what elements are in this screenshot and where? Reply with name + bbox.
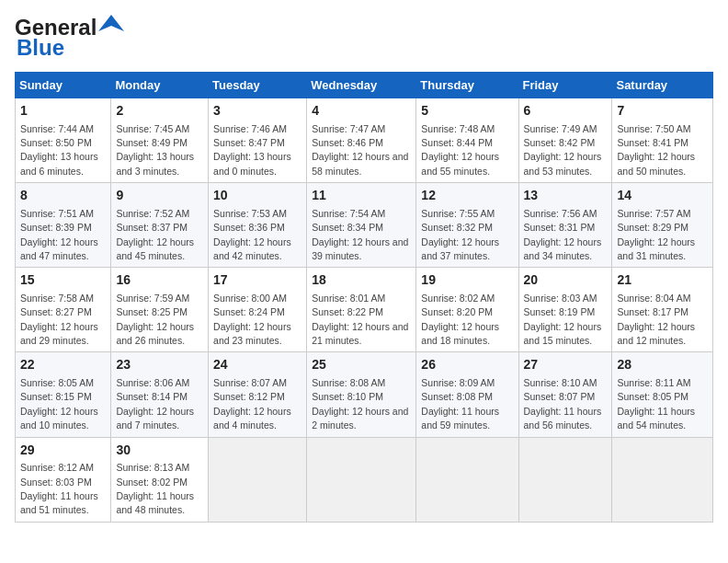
- sunset-text: Sunset: 8:14 PM: [116, 391, 188, 402]
- daylight-text: Daylight: 11 hours and 54 minutes.: [617, 406, 695, 431]
- sunrise-text: Sunrise: 8:05 AM: [20, 377, 94, 388]
- header: General Blue: [15, 15, 713, 61]
- sunrise-text: Sunrise: 8:13 AM: [116, 462, 189, 473]
- logo-bird-icon: [98, 13, 124, 39]
- calendar-cell: 10 Sunrise: 7:53 AM Sunset: 8:36 PM Dayl…: [209, 183, 307, 268]
- sunrise-text: Sunrise: 7:45 AM: [116, 123, 189, 134]
- sunset-text: Sunset: 8:03 PM: [20, 477, 92, 488]
- calendar-cell: 17 Sunrise: 8:00 AM Sunset: 8:24 PM Dayl…: [209, 268, 307, 352]
- daylight-text: Daylight: 12 hours and 47 minutes.: [20, 236, 98, 261]
- sunrise-text: Sunrise: 7:52 AM: [116, 208, 189, 219]
- sunset-text: Sunset: 8:47 PM: [213, 137, 285, 148]
- sunset-text: Sunset: 8:15 PM: [20, 391, 92, 402]
- sunrise-text: Sunrise: 8:10 AM: [524, 377, 597, 388]
- day-number: 11: [312, 187, 411, 205]
- calendar-cell: 27 Sunrise: 8:10 AM Sunset: 8:07 PM Dayl…: [518, 352, 612, 437]
- sunset-text: Sunset: 8:08 PM: [421, 391, 493, 402]
- calendar-cell: 23 Sunrise: 8:06 AM Sunset: 8:14 PM Dayl…: [111, 352, 209, 437]
- sunset-text: Sunset: 8:27 PM: [20, 306, 92, 317]
- sunrise-text: Sunrise: 8:12 AM: [20, 462, 94, 473]
- sunrise-text: Sunrise: 7:49 AM: [524, 123, 597, 134]
- day-number: 15: [20, 271, 106, 290]
- day-header-sunday: Sunday: [16, 73, 111, 98]
- calendar-cell: 9 Sunrise: 7:52 AM Sunset: 8:37 PM Dayli…: [111, 183, 209, 268]
- sunrise-text: Sunrise: 7:50 AM: [617, 123, 690, 134]
- day-number: 5: [421, 102, 513, 121]
- sunset-text: Sunset: 8:42 PM: [524, 137, 596, 148]
- sunset-text: Sunset: 8:44 PM: [421, 137, 493, 148]
- calendar-cell: 5 Sunrise: 7:48 AM Sunset: 8:44 PM Dayli…: [416, 98, 518, 183]
- sunrise-text: Sunrise: 7:56 AM: [524, 208, 597, 219]
- sunrise-text: Sunrise: 7:47 AM: [312, 123, 385, 134]
- day-number: 7: [617, 102, 708, 121]
- calendar-cell: 29 Sunrise: 8:12 AM Sunset: 8:03 PM Dayl…: [16, 437, 111, 522]
- calendar-cell: 14 Sunrise: 7:57 AM Sunset: 8:29 PM Dayl…: [612, 183, 713, 268]
- daylight-text: Daylight: 12 hours and 23 minutes.: [213, 321, 291, 346]
- daylight-text: Daylight: 12 hours and 58 minutes.: [312, 151, 408, 176]
- sunset-text: Sunset: 8:22 PM: [312, 306, 383, 317]
- sunrise-text: Sunrise: 7:57 AM: [617, 208, 690, 219]
- sunset-text: Sunset: 8:36 PM: [213, 222, 285, 233]
- day-header-thursday: Thursday: [416, 73, 518, 98]
- daylight-text: Daylight: 12 hours and 29 minutes.: [20, 321, 98, 346]
- sunset-text: Sunset: 8:49 PM: [116, 137, 188, 148]
- daylight-text: Daylight: 12 hours and 18 minutes.: [421, 321, 499, 346]
- calendar-cell: 13 Sunrise: 7:56 AM Sunset: 8:31 PM Dayl…: [518, 183, 612, 268]
- day-number: 21: [617, 271, 708, 290]
- calendar-cell: 11 Sunrise: 7:54 AM Sunset: 8:34 PM Dayl…: [307, 183, 416, 268]
- day-header-saturday: Saturday: [612, 73, 713, 98]
- sunset-text: Sunset: 8:10 PM: [312, 391, 383, 402]
- sunrise-text: Sunrise: 8:03 AM: [524, 293, 597, 304]
- day-number: 19: [421, 271, 513, 290]
- sunrise-text: Sunrise: 8:09 AM: [421, 377, 495, 388]
- sunset-text: Sunset: 8:24 PM: [213, 306, 285, 317]
- daylight-text: Daylight: 12 hours and 4 minutes.: [213, 406, 291, 431]
- calendar-cell: 25 Sunrise: 8:08 AM Sunset: 8:10 PM Dayl…: [307, 352, 416, 437]
- sunrise-text: Sunrise: 8:07 AM: [213, 377, 287, 388]
- calendar-cell: 1 Sunrise: 7:44 AM Sunset: 8:50 PM Dayli…: [16, 98, 111, 183]
- sunrise-text: Sunrise: 8:00 AM: [213, 293, 287, 304]
- calendar-cell: 8 Sunrise: 7:51 AM Sunset: 8:39 PM Dayli…: [16, 183, 111, 268]
- daylight-text: Daylight: 12 hours and 37 minutes.: [421, 236, 499, 261]
- day-number: 1: [20, 102, 106, 121]
- week-row-4: 22 Sunrise: 8:05 AM Sunset: 8:15 PM Dayl…: [16, 352, 713, 437]
- daylight-text: Daylight: 12 hours and 26 minutes.: [116, 321, 194, 346]
- daylight-text: Daylight: 12 hours and 50 minutes.: [617, 151, 695, 176]
- daylight-text: Daylight: 11 hours and 48 minutes.: [116, 490, 194, 515]
- day-number: 24: [213, 356, 301, 374]
- sunset-text: Sunset: 8:29 PM: [617, 222, 688, 233]
- day-number: 3: [213, 102, 301, 121]
- calendar-cell: 4 Sunrise: 7:47 AM Sunset: 8:46 PM Dayli…: [307, 98, 416, 183]
- sunset-text: Sunset: 8:46 PM: [312, 137, 383, 148]
- sunset-text: Sunset: 8:20 PM: [421, 306, 493, 317]
- calendar-cell: 16 Sunrise: 7:59 AM Sunset: 8:25 PM Dayl…: [111, 268, 209, 352]
- daylight-text: Daylight: 12 hours and 55 minutes.: [421, 151, 499, 176]
- daylight-text: Daylight: 13 hours and 3 minutes.: [116, 151, 194, 176]
- calendar-cell: [307, 437, 416, 522]
- sunrise-text: Sunrise: 7:58 AM: [20, 293, 94, 304]
- day-header-tuesday: Tuesday: [209, 73, 307, 98]
- day-number: 25: [312, 356, 411, 374]
- day-number: 16: [116, 271, 203, 290]
- sunset-text: Sunset: 8:39 PM: [20, 222, 92, 233]
- daylight-text: Daylight: 12 hours and 39 minutes.: [312, 236, 408, 261]
- day-number: 12: [421, 187, 513, 205]
- calendar-cell: 28 Sunrise: 8:11 AM Sunset: 8:05 PM Dayl…: [612, 352, 713, 437]
- sunrise-text: Sunrise: 7:54 AM: [312, 208, 385, 219]
- week-row-5: 29 Sunrise: 8:12 AM Sunset: 8:03 PM Dayl…: [16, 437, 713, 522]
- calendar-cell: 7 Sunrise: 7:50 AM Sunset: 8:41 PM Dayli…: [612, 98, 713, 183]
- day-number: 27: [524, 356, 608, 374]
- sunset-text: Sunset: 8:41 PM: [617, 137, 688, 148]
- calendar-cell: [416, 437, 518, 522]
- sunset-text: Sunset: 8:37 PM: [116, 222, 188, 233]
- calendar-cell: 6 Sunrise: 7:49 AM Sunset: 8:42 PM Dayli…: [518, 98, 612, 183]
- sunset-text: Sunset: 8:07 PM: [524, 391, 596, 402]
- sunset-text: Sunset: 8:02 PM: [116, 477, 188, 488]
- daylight-text: Daylight: 12 hours and 2 minutes.: [312, 406, 408, 431]
- day-number: 14: [617, 187, 708, 205]
- calendar-table: SundayMondayTuesdayWednesdayThursdayFrid…: [15, 72, 713, 523]
- daylight-text: Daylight: 12 hours and 21 minutes.: [312, 321, 408, 346]
- daylight-text: Daylight: 12 hours and 53 minutes.: [524, 151, 602, 176]
- calendar-cell: 18 Sunrise: 8:01 AM Sunset: 8:22 PM Dayl…: [307, 268, 416, 352]
- daylight-text: Daylight: 12 hours and 12 minutes.: [617, 321, 695, 346]
